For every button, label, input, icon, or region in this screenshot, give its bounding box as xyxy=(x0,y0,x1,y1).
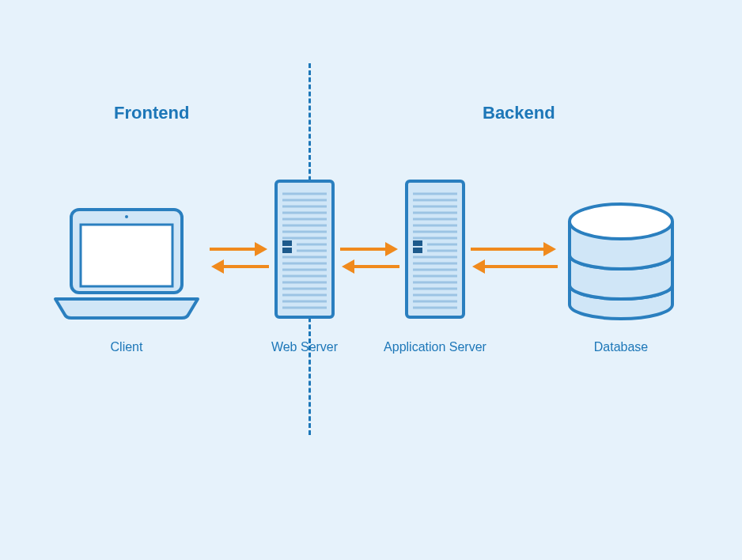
svg-rect-25 xyxy=(282,248,292,253)
bidirectional-arrow-icon xyxy=(467,237,562,277)
web-server-label: Web Server xyxy=(253,340,356,354)
server-icon xyxy=(403,178,467,320)
database-icon xyxy=(562,198,680,324)
client-label: Client xyxy=(47,340,206,354)
database-label: Database xyxy=(562,340,680,354)
laptop-icon xyxy=(47,206,206,324)
server-icon xyxy=(273,178,336,320)
svg-rect-46 xyxy=(413,240,422,246)
backend-heading: Backend xyxy=(483,103,555,123)
frontend-heading: Frontend xyxy=(114,103,189,123)
svg-rect-2 xyxy=(81,225,172,286)
bidirectional-arrow-icon xyxy=(336,237,403,277)
svg-rect-24 xyxy=(282,240,292,246)
bidirectional-arrow-icon xyxy=(206,237,273,277)
application-server-label: Application Server xyxy=(380,340,490,354)
svg-rect-47 xyxy=(413,248,422,253)
svg-point-50 xyxy=(570,204,672,239)
svg-point-1 xyxy=(125,215,128,218)
